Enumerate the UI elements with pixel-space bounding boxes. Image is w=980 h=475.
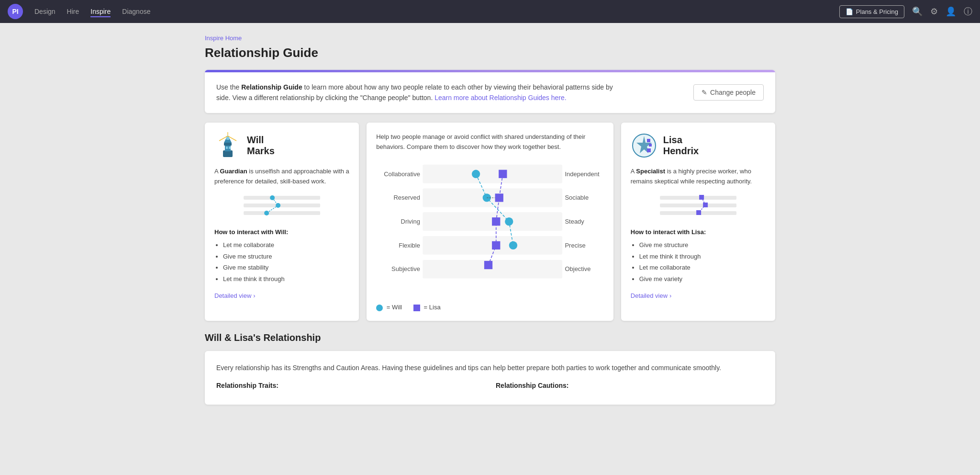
breadcrumb[interactable]: Inspire Home <box>205 34 775 42</box>
svg-text:Sociable: Sociable <box>565 194 589 202</box>
will-name: WillMarks <box>247 135 275 157</box>
svg-point-36 <box>509 241 517 249</box>
will-header: WillMarks <box>214 132 349 159</box>
chart-svg: Collaborative Reserved Driving Flexible … <box>376 159 604 296</box>
svg-rect-12 <box>244 211 320 215</box>
svg-text:Subjective: Subjective <box>391 266 420 273</box>
svg-rect-0 <box>223 150 233 157</box>
relationship-cautions-col: Relationship Cautions: <box>496 382 764 393</box>
nav-hire[interactable]: Hire <box>67 6 79 17</box>
plans-pricing-button[interactable]: 📄 Plans & Pricing <box>839 5 904 18</box>
nav-links: Design Hire Inspire Diagnose <box>34 6 150 17</box>
svg-text:Flexible: Flexible <box>399 242 420 249</box>
chart-card: Help two people manage or avoid conflict… <box>367 123 613 321</box>
svg-rect-48 <box>660 196 736 200</box>
svg-text:Objective: Objective <box>565 266 591 273</box>
svg-rect-46 <box>649 144 652 147</box>
learn-more-link[interactable]: Learn more about Relationship Guides her… <box>434 94 567 102</box>
settings-icon[interactable]: ⚙ <box>930 6 938 17</box>
svg-text:Collaborative: Collaborative <box>384 170 420 178</box>
info-card: Use the Relationship Guide to learn more… <box>205 70 775 113</box>
relationship-cautions-title: Relationship Cautions: <box>496 382 764 389</box>
logo: PI <box>8 4 23 19</box>
lisa-interact-item-3: Give me variety <box>639 273 766 284</box>
svg-rect-8 <box>226 147 228 149</box>
nav-diagnose[interactable]: Diagnose <box>122 6 150 17</box>
svg-text:Driving: Driving <box>401 218 420 225</box>
user-icon[interactable]: 👤 <box>946 6 956 17</box>
svg-rect-47 <box>647 148 651 152</box>
relationship-card: Every relationship has its Strengths and… <box>205 351 775 405</box>
svg-rect-9 <box>229 147 231 149</box>
main-content: Inspire Home Relationship Guide Use the … <box>193 34 787 405</box>
will-mini-chart <box>214 194 349 221</box>
will-type: Guardian <box>220 168 247 175</box>
relationship-title: Will & Lisa's Relationship <box>205 332 775 343</box>
lisa-interact-item-1: Let me think it through <box>639 251 766 262</box>
info-text-before: Use the <box>216 83 241 91</box>
lisa-legend: = Lisa <box>413 304 441 311</box>
help-icon[interactable]: ⓘ <box>964 6 972 17</box>
will-legend: = Will <box>376 304 402 311</box>
svg-rect-2 <box>224 143 232 146</box>
relationship-section: Will & Lisa's Relationship Every relatio… <box>205 332 775 405</box>
svg-rect-49 <box>660 204 736 207</box>
info-highlighted: Relationship Guide <box>241 83 302 91</box>
svg-text:Steady: Steady <box>565 218 585 225</box>
lisa-detailed-link[interactable]: Detailed view › <box>631 292 766 299</box>
lisa-card: LisaHendrix A Specialist is a highly pre… <box>621 123 775 321</box>
info-card-text: Use the Relationship Guide to learn more… <box>216 82 623 103</box>
lisa-header: LisaHendrix <box>631 132 766 159</box>
chart-legend: = Will = Lisa <box>376 304 604 311</box>
change-people-label: Change people <box>710 89 756 96</box>
svg-rect-45 <box>647 139 650 142</box>
search-icon[interactable]: 🔍 <box>912 6 923 17</box>
lisa-avatar <box>631 132 657 159</box>
plans-label: Plans & Pricing <box>856 8 898 15</box>
svg-rect-10 <box>244 196 320 200</box>
navbar: PI Design Hire Inspire Diagnose 📄 Plans … <box>0 0 980 23</box>
nav-inspire[interactable]: Inspire <box>90 6 111 17</box>
nav-right: 📄 Plans & Pricing 🔍 ⚙ 👤 ⓘ <box>839 5 972 18</box>
will-legend-dot <box>376 305 383 311</box>
relationship-traits-col: Relationship Traits: <box>216 382 484 393</box>
lisa-name: LisaHendrix <box>663 135 699 157</box>
lisa-type: Specialist <box>636 168 665 175</box>
will-detailed-link[interactable]: Detailed view › <box>214 292 349 299</box>
will-desc: A Guardian is unselfish and approachable… <box>214 167 349 187</box>
will-avatar <box>214 132 241 159</box>
lisa-interact-item-2: Let me collaborate <box>639 262 766 273</box>
edit-icon: ✎ <box>702 89 707 96</box>
info-card-body: Use the Relationship Guide to learn more… <box>205 72 775 113</box>
page-title: Relationship Guide <box>205 45 775 60</box>
relationship-traits-title: Relationship Traits: <box>216 382 484 389</box>
lisa-interact-title: How to interact with Lisa: <box>631 228 766 236</box>
plans-icon: 📄 <box>846 8 853 15</box>
will-interact-item-3: Let me think it through <box>223 273 349 284</box>
relationship-columns: Relationship Traits: Relationship Cautio… <box>216 382 764 393</box>
svg-text:Reserved: Reserved <box>394 194 420 202</box>
lisa-desc: A Specialist is a highly precise worker,… <box>631 167 766 187</box>
will-interact-title: How to interact with Will: <box>214 228 349 236</box>
svg-text:Precise: Precise <box>565 242 586 249</box>
will-interact-item-1: Give me structure <box>223 251 349 262</box>
lisa-legend-square <box>413 305 420 311</box>
chart-intro: Help two people manage or avoid conflict… <box>376 132 604 152</box>
change-people-button[interactable]: ✎ Change people <box>693 84 764 101</box>
svg-rect-18 <box>423 165 562 183</box>
will-interact-item-0: Let me collaborate <box>223 239 349 250</box>
nav-design[interactable]: Design <box>34 6 56 17</box>
will-card: WillMarks A Guardian is unselfish and ap… <box>205 123 359 321</box>
will-interact-list: Let me collaborate Give me structure Giv… <box>214 239 349 284</box>
lisa-interact-list: Give me structure Let me think it throug… <box>631 239 766 284</box>
relationship-body: Every relationship has its Strengths and… <box>216 362 764 374</box>
lisa-mini-chart <box>631 194 766 221</box>
svg-rect-37 <box>499 170 507 178</box>
svg-text:Independent: Independent <box>565 170 600 178</box>
three-col-layout: WillMarks A Guardian is unselfish and ap… <box>205 123 775 321</box>
svg-rect-11 <box>244 204 320 207</box>
will-interact-item-2: Give me stability <box>223 262 349 273</box>
lisa-interact-item-0: Give me structure <box>639 239 766 250</box>
svg-point-33 <box>472 170 480 178</box>
